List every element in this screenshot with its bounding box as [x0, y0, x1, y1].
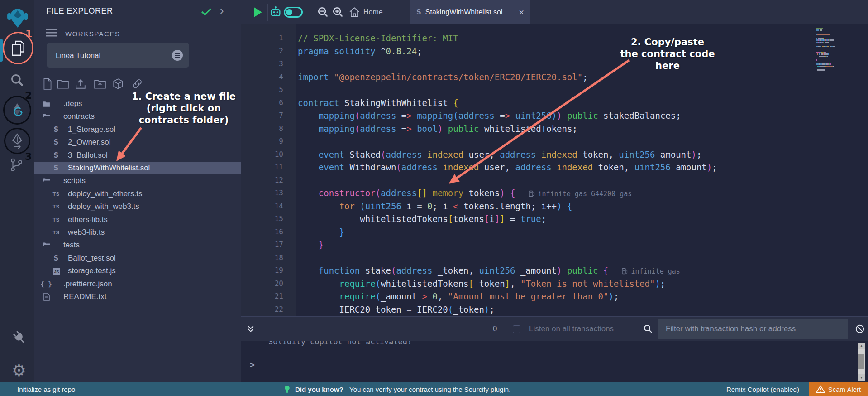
status-bar: Initialize as git repo Did you know? You… [0, 382, 868, 396]
code-line-14[interactable]: for (uint256 i = 0; i < tokens.length; i… [298, 200, 572, 213]
code-line-13[interactable]: constructor(address[] memory tokens) {in… [298, 187, 632, 200]
file-label: .deps [63, 99, 82, 108]
remix-logo-icon [6, 5, 29, 29]
annotation-step1: 1. Create a new file (right click on con… [116, 91, 252, 126]
scroll-down-icon[interactable]: ▼ [858, 374, 865, 381]
code-line-17[interactable]: } [298, 238, 324, 251]
zoom-out-button[interactable] [316, 0, 330, 24]
git-button[interactable] [9, 157, 24, 173]
terminal-toolbar: 0 Listen on all transactions [241, 316, 868, 341]
code-line-2[interactable]: pragma solidity ^0.8.24; [298, 45, 422, 58]
scam-alert-button[interactable]: Scam Alert [809, 382, 868, 396]
tree-item-tests[interactable]: tests [34, 239, 241, 251]
line-number: 17 [241, 238, 283, 251]
line-number: 18 [241, 251, 283, 265]
js-icon: JS [52, 266, 61, 275]
code-line-16[interactable]: } [298, 226, 344, 239]
listen-transactions-checkbox[interactable] [513, 317, 520, 341]
code-line-15[interactable]: whitelistedTokens[tokens[i]] = true; [298, 212, 546, 226]
copilot-robot-icon[interactable] [268, 0, 283, 24]
terminal-scrollbar[interactable]: ▲ ▼ [858, 343, 865, 381]
tree-item-deploy_with_ethers.ts[interactable]: TSdeploy_with_ethers.ts [34, 188, 241, 200]
tree-item-Ballot_test.sol[interactable]: SBallot_test.sol [34, 252, 241, 265]
tree-item-scripts[interactable]: scripts [34, 174, 241, 187]
tab-title: StakingWithWhitelist.sol [425, 8, 503, 16]
clear-console-icon[interactable] [855, 317, 865, 341]
file-explorer-panel: FILE EXPLORER › WORKSPACES Linea Tutoria… [34, 0, 241, 382]
run-script-button[interactable] [251, 0, 265, 24]
code-line-7[interactable]: mapping(address => mapping(address => ui… [298, 109, 681, 122]
code-line-22[interactable]: IERC20 token = IERC20(_token); [298, 303, 495, 316]
tree-item-StakingWithWhitelist.sol[interactable]: SStakingWithWhitelist.sol [34, 162, 241, 174]
folder-open-icon [42, 241, 51, 250]
gas-estimate: infinite gas 644200 gas [529, 190, 632, 198]
tree-item-deploy_with_web3.ts[interactable]: TSdeploy_with_web3.ts [34, 200, 241, 213]
close-tab-icon[interactable]: × [519, 8, 524, 17]
scroll-up-icon[interactable]: ▲ [858, 343, 865, 349]
deploy-run-button[interactable] [10, 133, 25, 149]
tree-item-ethers-lib.ts[interactable]: TSethers-lib.ts [34, 213, 241, 226]
code-line-4[interactable]: import "@openzeppelin/contracts/token/ER… [298, 71, 588, 84]
copilot-toggle[interactable] [283, 0, 304, 24]
tree-item-3_Ballot.sol[interactable]: S3_Ballot.sol [34, 149, 241, 162]
editor-area: Home S StakingWithWhitelist.sol × 123456… [241, 0, 868, 382]
collapse-terminal-button[interactable] [247, 317, 255, 341]
terminal-search-icon[interactable] [643, 317, 653, 341]
file-explorer-icon [11, 40, 25, 57]
code-line-10[interactable]: event Staked(address indexed user, addre… [298, 148, 701, 161]
line-number: 12 [241, 174, 283, 187]
solidity-compiler-button[interactable] [9, 102, 25, 119]
file-label: README.txt [63, 292, 106, 301]
file-tree: .depscontractsS1_Storage.solS2_Owner.sol… [34, 0, 241, 382]
plugin-manager-button[interactable] [11, 329, 28, 346]
tree-item-web3-lib.ts[interactable]: TSweb3-lib.ts [34, 226, 241, 239]
sol-icon: S [52, 125, 61, 134]
line-number: 11 [241, 161, 283, 174]
remix-logo[interactable] [6, 5, 29, 29]
tree-item-storage.test.js[interactable]: JSstorage.test.js [34, 265, 241, 277]
file-explorer-button[interactable] [10, 40, 26, 57]
tree-item-README.txt[interactable]: README.txt [34, 290, 241, 303]
code-line-1[interactable]: // SPDX-License-Identifier: MIT [298, 32, 458, 45]
toggle-switch-icon [284, 7, 303, 18]
lightbulb-icon [284, 382, 290, 396]
file-label: ethers-lib.ts [68, 215, 108, 224]
home-tab[interactable]: Home [349, 0, 399, 24]
file-label: deploy_with_ethers.ts [68, 189, 142, 198]
tab-stakingwithwhitelist[interactable]: S StakingWithWhitelist.sol × [410, 0, 530, 24]
settings-button[interactable]: ⚙ [10, 362, 28, 380]
search-button[interactable] [10, 72, 25, 88]
annotation-step2: 2. Copy/paste the contract code here [600, 36, 735, 72]
folder-icon [42, 99, 51, 108]
copilot-status[interactable]: Remix Copilot (enabled) [726, 382, 799, 396]
checkbox-icon [513, 325, 520, 333]
file-label: storage.test.js [68, 266, 116, 275]
ts-icon: TS [52, 202, 61, 211]
code-line-20[interactable]: require(whitelistedTokens[_token], "Toke… [298, 277, 665, 290]
code-line-21[interactable]: require(_amount > 0, "Amount must be gre… [298, 290, 619, 303]
transaction-filter-input[interactable] [658, 319, 848, 339]
file-label: tests [63, 241, 80, 250]
code-line-11[interactable]: event Withdrawn(address indexed user, ad… [298, 161, 717, 174]
listen-transactions-label: Listen on all transactions [529, 317, 614, 341]
code-line-6[interactable]: contract StakingWithWhitelist { [298, 97, 458, 110]
solidity-file-icon: S [416, 8, 421, 16]
code-editor[interactable]: 12345678910111213141516171819202122 // S… [241, 24, 868, 316]
ts-icon: TS [52, 228, 61, 237]
git-init-button[interactable]: Initialize as git repo [17, 382, 75, 396]
terminal-output[interactable]: Solidity copilot not activated! > ▲ ▼ [241, 341, 868, 382]
scam-alert-label: Scam Alert [828, 386, 861, 393]
terminal-prompt: > [250, 360, 255, 369]
search-icon [10, 73, 24, 87]
transaction-count: 0 [493, 317, 497, 341]
deploy-run-icon [10, 133, 25, 149]
tree-item-2_Owner.sol[interactable]: S2_Owner.sol [34, 136, 241, 149]
code-line-19[interactable]: function stake(address _token, uint256 _… [298, 264, 680, 277]
zoom-in-button[interactable] [331, 0, 345, 24]
home-label: Home [363, 8, 383, 16]
tree-item-.prettierrc.json[interactable]: { }.prettierrc.json [34, 278, 241, 290]
scrollbar-thumb[interactable] [858, 354, 864, 369]
minimap[interactable] [814, 26, 864, 76]
annotation-number-1: 1 [25, 28, 32, 39]
code-line-8[interactable]: mapping(address => bool) public whitelis… [298, 122, 577, 135]
